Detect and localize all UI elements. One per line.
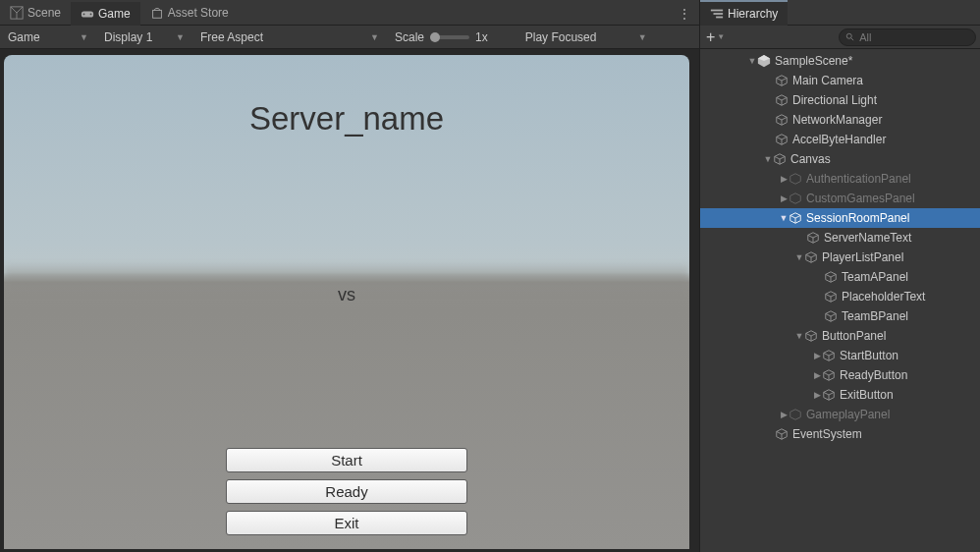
exit-button[interactable]: Exit [226,511,467,535]
node-canvas[interactable]: ▼ Canvas [700,149,980,169]
tab-menu-kebab-icon[interactable]: ⋮ [678,6,691,22]
node-main-camera[interactable]: Main Camera [700,71,980,90]
node-button-panel[interactable]: ▼ ButtonPanel [700,326,980,346]
foldout-icon[interactable]: ▼ [763,154,773,164]
gameobject-icon [775,427,789,441]
tab-hierarchy[interactable]: Hierarchy [700,0,788,26]
foldout-icon[interactable]: ▶ [779,193,789,203]
node-label: ServerNameText [824,231,911,245]
svg-point-6 [90,13,92,15]
game-panel: Scene Game Asset Store ⋮ Game ▼ Display … [0,0,699,552]
display-dropdown[interactable]: Display 1 ▼ [96,26,192,49]
chevron-down-icon: ▼ [717,32,725,41]
node-event-system[interactable]: EventSystem [700,424,980,444]
slider-thumb[interactable] [430,32,440,42]
gameobject-icon [804,329,818,343]
foldout-icon[interactable]: ▶ [812,351,822,360]
gameobject-icon [804,250,818,264]
vs-text: vs [4,285,689,305]
svg-line-33 [780,156,785,159]
chevron-down-icon: ▼ [638,32,647,42]
node-ready-button[interactable]: ▶ ReadyButton [700,365,980,385]
svg-line-70 [824,372,829,375]
ready-button[interactable]: Ready [226,479,467,504]
play-focus-dropdown[interactable]: Play Focused ▼ [517,26,655,49]
svg-marker-35 [790,174,801,185]
svg-line-28 [777,137,782,139]
gameobject-icon [775,93,789,107]
node-label: StartButton [840,349,898,362]
svg-line-38 [790,215,795,218]
play-focus-label: Play Focused [525,30,597,44]
svg-line-2 [17,6,23,12]
node-accelbyte-handler[interactable]: AccelByteHandler [700,130,980,149]
start-button[interactable]: Start [226,448,467,472]
node-placeholder-text[interactable]: PlaceholderText [700,287,980,306]
scale-value: 1x [475,30,488,44]
node-label: AccelByteHandler [792,133,886,146]
hierarchy-tab-row: Hierarchy [700,0,980,26]
gameobject-icon [775,74,789,87]
svg-rect-10 [716,16,723,18]
node-custom-games-panel[interactable]: ▶ CustomGamesPanel [700,189,980,208]
foldout-icon[interactable]: ▼ [747,56,757,66]
foldout-icon[interactable]: ▶ [812,370,822,380]
svg-rect-7 [152,10,161,18]
svg-point-5 [83,13,85,15]
foldout-icon[interactable]: ▶ [779,174,789,184]
gameobject-icon [824,309,838,323]
game-mode-label: Game [8,30,40,44]
create-button[interactable]: + ▼ [700,28,731,46]
svg-rect-8 [711,9,723,11]
node-team-a-panel[interactable]: TeamAPanel [700,267,980,287]
svg-line-39 [795,215,800,218]
aspect-dropdown[interactable]: Free Aspect ▼ [192,26,387,49]
foldout-icon[interactable]: ▼ [779,213,789,223]
svg-line-62 [806,333,811,336]
game-canvas[interactable]: Server_name vs Start Ready Exit [4,55,689,549]
svg-line-29 [782,137,787,139]
game-tab-row: Scene Game Asset Store ⋮ [0,0,699,26]
search-icon [845,28,855,46]
svg-line-25 [782,117,787,120]
node-start-button[interactable]: ▶ StartButton [700,346,980,365]
game-mode-dropdown[interactable]: Game ▼ [0,26,96,49]
node-label: TeamAPanel [842,270,908,284]
hierarchy-tree: ▼ SampleScene* Main Camera Directional L… [700,49,980,552]
tab-game[interactable]: Game [71,0,140,26]
node-network-manager[interactable]: NetworkManager [700,110,980,130]
foldout-icon[interactable]: ▼ [794,252,804,262]
node-label: ExitButton [840,388,894,402]
svg-line-75 [829,392,834,395]
tab-scene[interactable]: Scene [0,0,71,26]
foldout-icon[interactable]: ▼ [794,331,804,341]
svg-line-63 [811,333,816,336]
foldout-icon[interactable]: ▶ [779,410,789,419]
node-gameplay-panel[interactable]: ▶ GameplayPanel [700,405,980,424]
gameobject-icon [789,172,802,186]
scale-slider[interactable] [430,35,469,39]
node-label: EventSystem [792,427,862,441]
node-team-b-panel[interactable]: TeamBPanel [700,306,980,326]
svg-line-54 [826,294,831,297]
node-label: Directional Light [792,93,877,107]
tab-asset-store[interactable]: Asset Store [140,0,239,26]
svg-line-66 [824,353,829,356]
hierarchy-search[interactable]: All [839,28,976,46]
chevron-down-icon: ▼ [370,32,379,42]
svg-line-12 [851,37,854,40]
node-directional-light[interactable]: Directional Light [700,90,980,110]
gameobject-icon [773,152,787,166]
hierarchy-toolbar: + ▼ All [700,26,980,49]
display-label: Display 1 [104,30,152,44]
node-player-list-panel[interactable]: ▼ PlayerListPanel [700,248,980,267]
foldout-icon[interactable]: ▶ [812,390,822,400]
node-server-name-text[interactable]: ServerNameText [700,228,980,248]
node-samplescene[interactable]: ▼ SampleScene* [700,51,980,71]
server-name-text: Server_name [4,100,689,138]
svg-line-17 [782,78,787,81]
node-authentication-panel[interactable]: ▶ AuthenticationPanel [700,169,980,189]
gameobject-icon [824,270,838,284]
node-session-room-panel[interactable]: ▼ SessionRoomPanel [700,208,980,228]
node-exit-button[interactable]: ▶ ExitButton [700,385,980,405]
